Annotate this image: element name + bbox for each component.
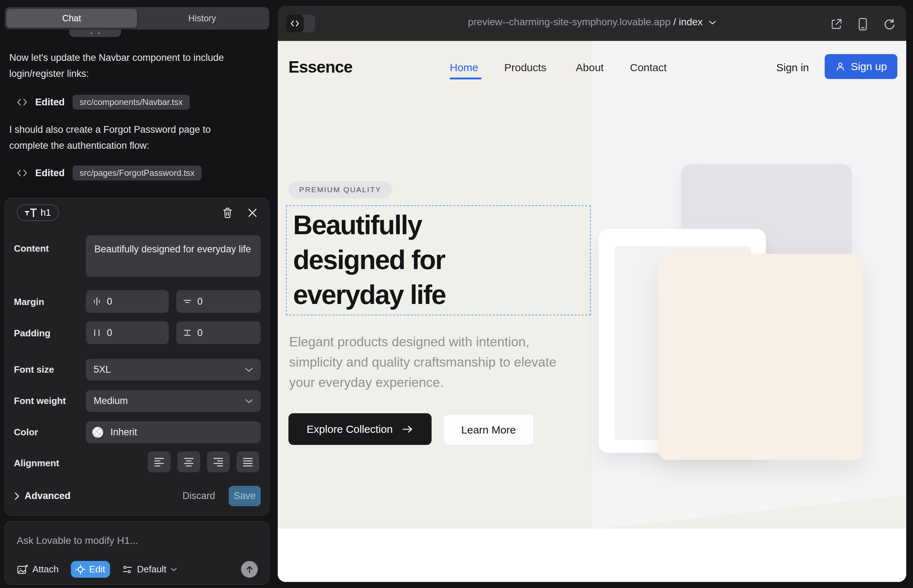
code-icon — [17, 97, 28, 107]
padding-y-value: 0 — [197, 328, 202, 339]
discard-button[interactable]: Discard — [182, 491, 215, 501]
selected-element-outline[interactable]: Beautifully designed for everyday life — [286, 205, 591, 315]
hero-description: Elegant products designed with intention… — [289, 332, 574, 393]
panel-footer: Advanced Discard Save — [14, 486, 261, 506]
padding-y-input[interactable]: 0 — [176, 321, 261, 344]
align-center-button[interactable] — [177, 451, 200, 472]
color-value: Inherit — [110, 427, 137, 438]
edit-mode-button[interactable]: Edit — [71, 561, 110, 578]
chevron-down-icon — [709, 20, 716, 25]
send-button[interactable] — [241, 561, 258, 578]
active-nav-underline — [450, 78, 481, 79]
nav-link-contact[interactable]: Contact — [630, 61, 667, 74]
arrow-right-icon — [402, 425, 413, 433]
align-justify-button[interactable] — [236, 451, 259, 472]
app-window: Chat History Now let's update the Navbar… — [0, 0, 913, 588]
margin-x-value: 0 — [107, 296, 112, 307]
sign-up-button[interactable]: Sign up — [825, 54, 897, 79]
nav-link-home[interactable]: Home — [450, 61, 478, 74]
composer-toolbar: Attach Edit — [17, 561, 258, 578]
site-logo[interactable]: Essence — [288, 57, 353, 76]
nav-link-about[interactable]: About — [576, 61, 604, 74]
padding-x-input[interactable]: 0 — [86, 321, 169, 344]
delete-element-button[interactable] — [220, 205, 235, 220]
selected-element-pill[interactable]: h1 — [17, 204, 59, 221]
model-default-button[interactable]: Default — [122, 564, 177, 575]
learn-more-button[interactable]: Learn More — [443, 414, 534, 446]
edited-file-row: Edited src/pages/ForgotPassword.tsx — [17, 165, 202, 181]
chevron-down-icon — [170, 567, 177, 572]
save-button[interactable]: Save — [228, 486, 261, 506]
scrolled-chat-item-fragment — [69, 29, 121, 37]
close-panel-button[interactable] — [245, 205, 260, 220]
section-below-hero — [278, 528, 906, 582]
font-weight-label: Font weight — [14, 396, 66, 407]
chat-history-tabbar: Chat History — [5, 7, 269, 29]
margin-y-input[interactable]: 0 — [176, 290, 261, 313]
advanced-toggle[interactable]: Advanced — [24, 491, 71, 501]
padding-x-value: 0 — [107, 328, 112, 339]
chevron-down-icon — [245, 399, 253, 404]
edited-label: Edited — [35, 168, 65, 179]
margin-vertical-icon — [183, 297, 192, 306]
open-external-button[interactable] — [830, 18, 843, 31]
chat-message: I should also create a Forgot Password p… — [9, 122, 233, 154]
chevron-down-icon — [245, 367, 253, 372]
color-label: Color — [14, 427, 38, 438]
chat-message: Now let's update the Navbar component to… — [9, 50, 233, 82]
website-preview: Essence Home Products About Contact Sign… — [278, 41, 906, 582]
url-host: preview--charming-site-symphony.lovable.… — [468, 16, 670, 27]
content-label: Content — [14, 243, 49, 254]
content-input[interactable]: Beautifully designed for everyday life — [86, 235, 261, 277]
attach-button[interactable]: Attach — [17, 564, 59, 575]
mobile-view-button[interactable] — [856, 18, 869, 31]
font-weight-value: Medium — [94, 396, 128, 407]
element-editor-panel: h1 Content Beautifully designed for ever… — [5, 198, 269, 516]
sign-in-link[interactable]: Sign in — [776, 61, 809, 74]
margin-horizontal-icon — [92, 297, 102, 306]
element-tag-label: h1 — [40, 207, 51, 218]
refresh-button[interactable] — [883, 18, 895, 31]
preview-browser-frame: preview--charming-site-symphony.lovable.… — [278, 6, 906, 582]
edit-label: Edit — [89, 564, 105, 575]
target-icon — [76, 564, 86, 575]
url-separator: / — [670, 16, 679, 27]
hero-headline[interactable]: Beautifully designed for everyday life — [293, 207, 539, 312]
padding-vertical-icon — [183, 328, 192, 338]
default-label: Default — [137, 564, 166, 575]
font-size-select[interactable]: 5XL — [86, 359, 261, 381]
color-swatch — [92, 427, 103, 438]
explore-collection-button[interactable]: Explore Collection — [288, 413, 432, 445]
sign-up-label: Sign up — [851, 60, 887, 73]
url-bar[interactable]: preview--charming-site-symphony.lovable.… — [278, 16, 906, 28]
attach-image-icon — [17, 564, 28, 575]
explore-collection-label: Explore Collection — [307, 423, 393, 435]
margin-x-input[interactable]: 0 — [86, 290, 169, 313]
padding-horizontal-icon — [92, 328, 102, 338]
nav-link-products[interactable]: Products — [504, 61, 546, 74]
code-icon — [17, 168, 28, 178]
attach-label: Attach — [32, 564, 59, 575]
typography-icon — [24, 208, 37, 218]
margin-label: Margin — [14, 297, 44, 307]
edited-file-row: Edited src/components/Navbar.tsx — [17, 94, 190, 110]
url-page: index — [679, 16, 703, 27]
padding-label: Padding — [14, 328, 50, 339]
font-size-value: 5XL — [94, 364, 111, 375]
font-weight-select[interactable]: Medium — [86, 390, 261, 412]
margin-y-value: 0 — [197, 296, 202, 307]
decorative-card-beige — [658, 254, 863, 460]
align-left-button[interactable] — [148, 451, 170, 472]
chat-composer: Ask Lovable to modify H1... Attach — [5, 521, 269, 585]
file-badge[interactable]: src/pages/ForgotPassword.tsx — [73, 165, 202, 181]
sliders-icon — [122, 564, 133, 575]
composer-input[interactable]: Ask Lovable to modify H1... — [17, 535, 138, 546]
align-right-button[interactable] — [207, 451, 230, 472]
file-badge[interactable]: src/components/Navbar.tsx — [73, 95, 190, 110]
preview-toolbar: preview--charming-site-symphony.lovable.… — [278, 6, 906, 41]
color-select[interactable]: Inherit — [86, 422, 261, 443]
tab-history[interactable]: History — [137, 9, 268, 28]
tab-chat[interactable]: Chat — [6, 9, 137, 28]
font-size-label: Font size — [14, 364, 54, 375]
alignment-label: Alignment — [14, 458, 59, 469]
